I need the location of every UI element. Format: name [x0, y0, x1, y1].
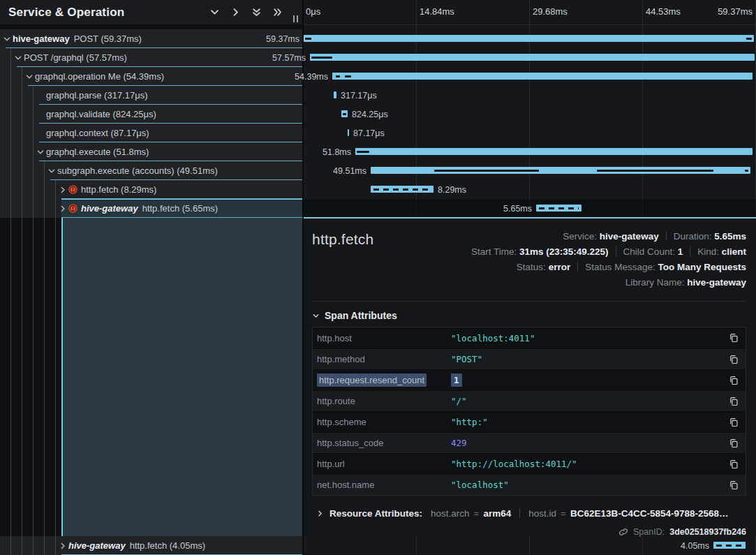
- copy-icon[interactable]: [727, 332, 740, 344]
- timeline-ruler: 0μs 14.84ms 29.68ms 44.53ms 59.37ms: [304, 0, 756, 25]
- bar-duration-label: 87.17μs: [353, 128, 385, 138]
- tree-row-http-fetch-1[interactable]: http.fetch (8.29ms): [0, 180, 302, 199]
- chevron-right-icon[interactable]: [59, 542, 68, 550]
- span-attributes-table: http.host "localhost:4011" http.method "…: [312, 327, 746, 496]
- chevron-spacer: [36, 129, 46, 138]
- attribute-key: http.status_code: [317, 438, 451, 448]
- span-bar[interactable]: [332, 73, 753, 80]
- tick-label: 44.53ms: [646, 6, 681, 17]
- bar-duration-label: 4.05ms: [681, 541, 709, 551]
- span-overview: Service: hive-gateway Duration: 5.65ms S…: [471, 228, 746, 290]
- span-bar[interactable]: [536, 205, 581, 212]
- timeline-row[interactable]: 54.39ms: [304, 67, 756, 86]
- status-message-label: Status Message:: [585, 262, 655, 272]
- span-bar[interactable]: [334, 91, 336, 98]
- attribute-row[interactable]: http.url "http://localhost:4011/": [313, 453, 746, 474]
- span-operation: graphql.validate (824.25μs): [46, 109, 156, 119]
- chevron-spacer: [36, 91, 46, 100]
- timeline-row[interactable]: 57.57ms: [304, 48, 756, 67]
- span-bar[interactable]: [348, 129, 349, 136]
- attribute-row[interactable]: http.route "/": [313, 390, 746, 411]
- kind-label: Kind:: [697, 246, 719, 257]
- attribute-row[interactable]: http.scheme "http:": [313, 411, 746, 432]
- span-bar[interactable]: [371, 167, 750, 174]
- link-icon[interactable]: [618, 527, 628, 537]
- bar-duration-label: 51.8ms: [323, 147, 351, 157]
- span-bar[interactable]: [713, 542, 746, 549]
- start-time-value: 31ms (23:35:49.225): [519, 246, 609, 257]
- tree-row-graphql-validate[interactable]: graphql.validate (824.25μs): [0, 105, 302, 124]
- tree-row-graphql-context[interactable]: graphql.context (87.17μs): [0, 124, 302, 142]
- chevron-down-icon[interactable]: [14, 54, 24, 62]
- timeline-row[interactable]: 49.51ms: [304, 161, 756, 180]
- pane-resize-grip[interactable]: [293, 15, 298, 22]
- attribute-row[interactable]: http.host "localhost:4011": [313, 327, 746, 348]
- tree-row-http-fetch-2-selected[interactable]: hive-gateway http.fetch (5.65ms): [0, 199, 302, 218]
- chevron-right-icon[interactable]: [59, 186, 68, 194]
- indent-guides: [0, 218, 60, 536]
- attribute-value: "POST": [451, 354, 482, 364]
- attribute-row-selected[interactable]: http.request.resend_count 1: [313, 369, 746, 390]
- collapse-all-icon[interactable]: [251, 7, 262, 17]
- tree-row-graphql-parse[interactable]: graphql.parse (317.17μs): [0, 86, 302, 105]
- resource-key: host.id: [528, 508, 556, 519]
- timeline-row[interactable]: 824.25μs: [304, 105, 756, 124]
- attribute-key: http.route: [317, 396, 451, 406]
- indent-guides: [0, 199, 57, 218]
- span-service: hive-gateway: [13, 34, 70, 44]
- chevron-down-icon[interactable]: [25, 73, 35, 81]
- copy-icon[interactable]: [727, 479, 740, 491]
- span-bar[interactable]: [355, 148, 753, 155]
- tree-row-http-fetch-3[interactable]: hive-gateway http.fetch (4.05ms): [0, 536, 302, 555]
- copy-icon[interactable]: [727, 416, 740, 429]
- timeline-row[interactable]: 8.29ms: [304, 180, 756, 199]
- indent-guides: [0, 124, 35, 142]
- timeline-row[interactable]: 317.17μs: [304, 86, 756, 105]
- tree-row-post-graphql[interactable]: POST /graphql (57.57ms): [0, 48, 302, 67]
- attribute-row[interactable]: http.status_code 429: [313, 432, 746, 453]
- copy-icon[interactable]: [727, 374, 740, 387]
- timeline-row[interactable]: 4.05ms: [304, 536, 756, 555]
- timeline-row[interactable]: 59.37ms: [304, 29, 756, 48]
- detail-title: http.fetch: [312, 228, 373, 248]
- span-attributes-header[interactable]: Span Attributes: [312, 310, 746, 321]
- start-time-label: Start Time:: [471, 246, 517, 257]
- expand-all-icon[interactable]: [272, 7, 283, 17]
- indent-guides: [0, 105, 35, 124]
- attribute-value: "http:": [451, 417, 488, 427]
- detail-divider: [312, 301, 746, 302]
- copy-icon[interactable]: [727, 395, 740, 408]
- timeline-row-selected[interactable]: 5.65ms: [304, 199, 756, 218]
- copy-icon[interactable]: [727, 353, 740, 366]
- span-bar[interactable]: [371, 186, 433, 193]
- error-icon: [68, 185, 78, 195]
- copy-icon[interactable]: [727, 458, 740, 471]
- attribute-row[interactable]: net.host.name "localhost": [313, 474, 746, 495]
- chevron-down-icon[interactable]: [3, 35, 13, 43]
- timeline-pane: 0μs 14.84ms 29.68ms 44.53ms 59.37ms 59.3…: [304, 0, 756, 555]
- timeline-row[interactable]: 87.17μs: [304, 124, 756, 142]
- collapse-one-icon[interactable]: [209, 7, 220, 17]
- tree-row-subgraph-execute[interactable]: subgraph.execute (accounts) (49.51ms): [0, 161, 302, 180]
- tree-row-hive-gateway-post[interactable]: hive-gateway POST (59.37ms): [0, 29, 302, 48]
- trace-viewer: Service & Operation hive-gateway POST (5…: [0, 0, 756, 555]
- span-bar[interactable]: [341, 110, 348, 117]
- attribute-row[interactable]: http.method "POST": [313, 348, 746, 369]
- attribute-value: "/": [451, 396, 467, 406]
- bar-duration-label: 49.51ms: [333, 166, 366, 176]
- chevron-right-icon[interactable]: [59, 205, 68, 213]
- tree-row-graphql-operation[interactable]: graphql.operation Me (54.39ms): [0, 67, 302, 86]
- tree-row-graphql-execute[interactable]: graphql.execute (51.8ms): [0, 142, 302, 161]
- error-icon: [68, 204, 78, 214]
- chevron-down-icon[interactable]: [36, 148, 46, 156]
- chevron-right-icon: [316, 510, 324, 517]
- span-bar[interactable]: [304, 35, 754, 42]
- timeline-row[interactable]: 51.8ms: [304, 142, 756, 161]
- span-operation: graphql.operation Me (54.39ms): [35, 71, 164, 82]
- resource-attributes-row[interactable]: Resource Attributes: host.arch = arm64 h…: [312, 505, 746, 521]
- expand-one-icon[interactable]: [230, 7, 241, 17]
- span-bar[interactable]: [310, 54, 755, 61]
- copy-icon[interactable]: [727, 437, 740, 450]
- chevron-down-icon[interactable]: [47, 167, 57, 175]
- span-service: hive-gateway: [68, 540, 126, 551]
